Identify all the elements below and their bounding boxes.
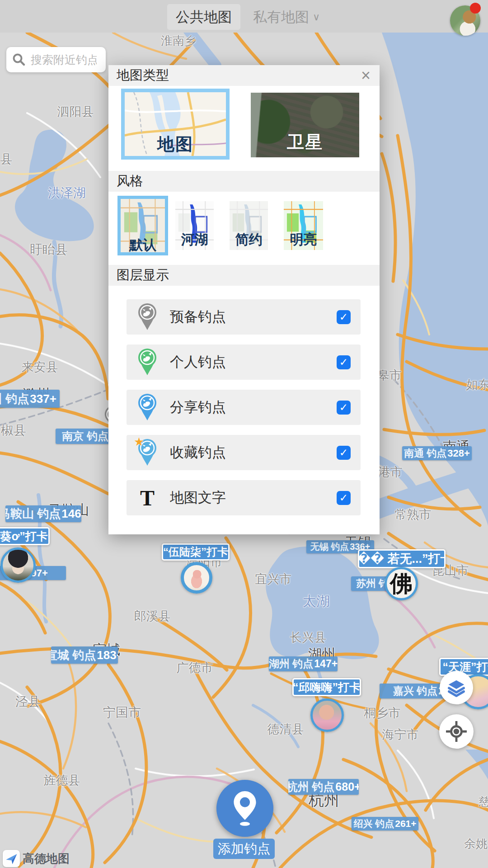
map-city-label: 泾县 [15, 693, 41, 710]
amap-paper-plane-icon [3, 850, 20, 867]
checkin-badge[interactable]: “邱嗨嗨”打卡 [292, 678, 361, 696]
map-city-label: 德清县 [267, 721, 304, 737]
map-city-label: 郎溪县 [134, 608, 171, 624]
map-city-label: 淮南乡 [161, 33, 196, 49]
style-option-label: 默认 [129, 236, 156, 255]
add-spot-button[interactable] [216, 780, 273, 837]
map-type-satellite[interactable]: 卫星 [251, 93, 359, 157]
add-spot-label: 添加钓点 [213, 839, 275, 859]
style-option-label: 河湖 [181, 231, 208, 249]
layers-section-title: 图层显示 [117, 266, 169, 284]
layer-label: 分享钓点 [170, 398, 337, 417]
map-city-label: 宜兴市 [255, 571, 292, 587]
style-section-header: 风格 [108, 171, 380, 192]
map-city-label: 长兴县 [290, 629, 327, 646]
style-option-simple[interactable]: 简约 [230, 201, 268, 250]
user-checkin-avatar[interactable] [310, 698, 344, 732]
map-city-label: 港市 [378, 464, 403, 480]
gray-pin-fish-icon [136, 303, 158, 331]
layer-label: 预备钓点 [170, 307, 337, 326]
layer-checkbox[interactable]: ✓ [337, 446, 351, 460]
star-icon: ★ [134, 435, 144, 449]
layer-row: 分享钓点✓ [127, 390, 361, 425]
layer-row: ★收藏钓点✓ [127, 435, 361, 470]
map-city-label: 椒县 [1, 422, 26, 439]
map-city-label: 余姚市 [464, 836, 488, 852]
notification-dot [470, 3, 481, 14]
map-type-map[interactable]: 地图 [121, 89, 230, 160]
spot-count-badge[interactable]: 绍兴 钓点 261+ [352, 817, 418, 830]
amap-logo: 高德地图 [3, 850, 70, 867]
checkin-badge[interactable]: “ơ葵ơ”打卡 [0, 527, 50, 545]
chevron-down-icon: ∨ [313, 11, 320, 23]
layer-row: T地图文字✓ [127, 480, 361, 515]
close-icon[interactable]: × [361, 67, 371, 84]
map-water-label: 洪泽湖 [48, 184, 86, 202]
layer-label: 个人钓点 [170, 353, 337, 372]
layer-row: 预备钓点✓ [127, 299, 361, 335]
layer-checkbox[interactable]: ✓ [337, 355, 351, 369]
map-city-label: 县 [0, 151, 13, 167]
locate-icon [446, 721, 467, 742]
tab-private-label: 私有地图 [253, 8, 309, 27]
style-option-label: 明亮 [290, 231, 317, 249]
map-city-label: 旌德县 [44, 772, 80, 788]
spot-count-badge[interactable]: 南通 钓点 328+ [402, 446, 472, 460]
map-city-label: 广德市 [177, 660, 213, 676]
layer-row: 个人钓点✓ [127, 344, 361, 380]
map-settings-modal: 地图类型 × 地图卫星 风格 默认河湖简约明亮 图层显示 预备钓点✓个人钓点✓分… [108, 65, 380, 534]
map-city-label: 宁国市 [103, 704, 141, 721]
search-input[interactable] [30, 53, 98, 67]
layer-checkbox[interactable]: ✓ [337, 310, 351, 324]
app-screen: 淮南乡泗阳县县盱眙县来安县滁州椒县马鞍山泾县宁国市旌德县郎溪县广德市溧阳市宜兴市… [0, 0, 488, 868]
spot-count-badge[interactable]: 马鞍山 钓点 146+ [5, 505, 81, 522]
amap-logo-text: 高德地图 [23, 851, 70, 867]
map-city-label: 常熟市 [395, 506, 432, 523]
map-city-label: 如东 [466, 377, 488, 393]
layer-label: 收藏钓点 [170, 443, 337, 462]
user-checkin-avatar[interactable]: 佛 [385, 567, 418, 600]
layer-checkbox[interactable]: ✓ [337, 401, 351, 415]
green-pin-fish-icon [136, 348, 158, 376]
style-option-bright[interactable]: 明亮 [284, 201, 323, 250]
tab-private-map[interactable]: 私有地图 ∨ [253, 4, 320, 30]
map-water-label: 太湖 [303, 592, 330, 611]
style-option-label: 简约 [235, 231, 263, 249]
map-city-label: 来安县 [22, 359, 58, 375]
layer-checkbox[interactable]: ✓ [337, 491, 351, 505]
checkin-badge[interactable]: “�� 若无...”打卡 [358, 549, 446, 568]
user-checkin-avatar[interactable] [0, 547, 36, 583]
spot-count-badge[interactable]: 湖州 钓点 147+ [269, 656, 338, 671]
tab-public-map[interactable]: 公共地图 [167, 4, 240, 30]
blue-pin-fish-icon [136, 393, 158, 421]
style-option-default[interactable]: 默认 [117, 196, 168, 255]
map-city-label: 皋市 [377, 367, 402, 383]
map-city-label: 泗阳县 [57, 104, 94, 120]
map-city-label: 慈 [479, 794, 488, 810]
location-pin-icon [228, 789, 262, 828]
map-type-label: 卫星 [287, 131, 323, 154]
spot-count-badge[interactable]: 宣城 钓点 183+ [51, 646, 118, 664]
search-box [6, 47, 106, 72]
modal-header: 地图类型 × [108, 65, 380, 86]
user-checkin-avatar[interactable] [181, 562, 212, 594]
map-city-label: 海宁市 [382, 726, 419, 743]
map-city-label: 桐乡市 [364, 705, 401, 721]
star-pin-fish-icon: ★ [136, 439, 158, 467]
layers-button[interactable] [440, 671, 473, 704]
layer-label: 地图文字 [170, 488, 337, 507]
map-city-label: 盱眙县 [30, 241, 68, 258]
checkin-badge[interactable]: “伍陆柒”打卡 [162, 543, 230, 561]
locate-button[interactable] [439, 714, 474, 749]
style-section-title: 风格 [117, 172, 143, 190]
style-option-river[interactable]: 河湖 [175, 201, 214, 250]
top-bar: 公共地图 私有地图 ∨ [0, 0, 488, 33]
layers-icon [446, 677, 467, 698]
modal-title: 地图类型 [117, 66, 169, 85]
spot-count-badge[interactable]: 杭州 钓点 680+ [288, 779, 359, 795]
search-icon [12, 52, 26, 67]
layers-section-header: 图层显示 [108, 265, 380, 286]
letter-T-icon: T [136, 484, 158, 512]
map-type-label: 地图 [157, 133, 193, 156]
spot-count-badge[interactable]: 州 钓点 337+ [0, 390, 60, 408]
